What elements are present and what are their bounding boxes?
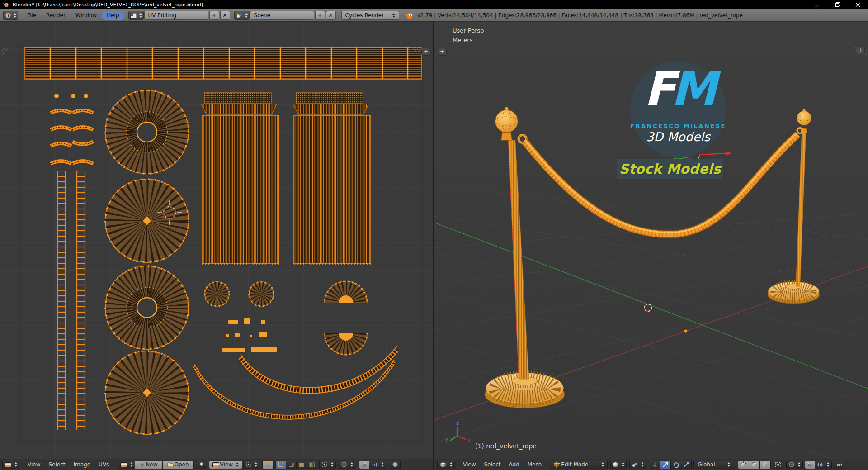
uv-island-sphere-2[interactable]	[249, 282, 274, 306]
proportional-edit-icon	[788, 461, 795, 468]
uv-open-region-button[interactable]: +	[421, 48, 430, 56]
main-area: +	[0, 22, 868, 459]
uv-menu-image[interactable]: Image	[70, 461, 95, 468]
delete-scene-button[interactable]: ✕	[326, 11, 336, 20]
menu-help[interactable]: Help	[102, 11, 124, 20]
viewport-3d-panel[interactable]: z y x User Persp Meters (1) red_velvet_r…	[434, 22, 868, 459]
axis-tripod-icon	[652, 461, 658, 468]
uv-display-dropdown[interactable]: View	[209, 461, 242, 469]
manipulator-toggle[interactable]	[650, 461, 660, 469]
uv-snap-element-dropdown[interactable]	[369, 461, 386, 469]
uv-island-disc-ring-1[interactable]	[105, 90, 189, 174]
uv-menu-view[interactable]: View	[24, 461, 44, 468]
mode-dropdown[interactable]: Edit Mode	[550, 461, 608, 469]
mesh-select-mode-face[interactable]	[760, 461, 771, 469]
uv-island-disc-radial-1[interactable]	[105, 179, 189, 262]
menu-file[interactable]: File	[22, 11, 41, 20]
mesh-select-mode-vertex[interactable]	[738, 461, 749, 469]
uv-select-mode-edge[interactable]	[286, 461, 297, 469]
translate-arrow-icon	[662, 461, 669, 468]
uv-canvas[interactable]	[0, 22, 433, 459]
add-layout-button[interactable]: +	[209, 11, 219, 20]
minimize-button[interactable]	[807, 0, 827, 9]
uv-island-post-2[interactable]	[293, 93, 371, 264]
browse-image-button[interactable]	[118, 461, 135, 469]
manipulator-rotate[interactable]	[671, 461, 681, 469]
occlude-icon	[775, 462, 781, 468]
scale-arrow-icon	[683, 461, 689, 468]
scene-icon-button[interactable]	[234, 11, 250, 20]
scene-statistics: v2.79 | Verts:14,504/14,504 | Edges:28,9…	[417, 12, 743, 19]
vp-proportional-edit-dropdown[interactable]	[786, 461, 803, 469]
uv-island-disc-radial-2[interactable]	[105, 351, 189, 434]
uv-select-sync-toggle[interactable]	[262, 461, 274, 469]
editor-type-button-uv[interactable]	[2, 461, 19, 469]
restore-button[interactable]	[827, 0, 848, 9]
new-image-button[interactable]: New	[135, 461, 162, 469]
viewport-name-label: User Persp	[453, 27, 484, 34]
uv-sticky-select-dropdown[interactable]	[319, 461, 336, 469]
scene-field[interactable]: Scene	[250, 11, 314, 20]
uv-island-post-1[interactable]	[201, 93, 279, 264]
screen-layout-field[interactable]: UV Editing	[144, 11, 208, 20]
fm-logo: FM FRANCESCO MILANESE 3D Models	[630, 61, 726, 157]
vp-snap-toggle[interactable]	[805, 461, 815, 469]
magnet-icon	[361, 462, 367, 468]
uv-menu-uvs[interactable]: UVs	[94, 461, 113, 468]
vp-open-toolshelf-button[interactable]: +	[438, 48, 447, 56]
menu-render[interactable]: Render	[41, 11, 71, 20]
fm-logo-banner: Stock Models	[617, 159, 723, 179]
snap-element-icon	[817, 462, 824, 468]
render-engine-field[interactable]: Cycles Render	[341, 11, 399, 20]
vp-snap-element-dropdown[interactable]	[815, 461, 832, 469]
gizmo-z-label: z	[456, 420, 459, 426]
vertex-mode-icon	[278, 462, 284, 468]
uv-pivot-dropdown[interactable]	[243, 461, 259, 469]
transform-orientation-dropdown[interactable]: Global	[693, 461, 734, 469]
titlebar: Blender* [C:\Users\franc\Desktop\RED_VEL…	[0, 0, 868, 9]
rotate-arc-icon	[673, 461, 679, 468]
uv-island-disc-ring-2[interactable]	[105, 266, 189, 349]
open-image-button[interactable]: Open	[163, 461, 194, 469]
uv-island-sphere-1[interactable]	[205, 282, 229, 306]
uv-proportional-edit-dropdown[interactable]	[339, 461, 355, 469]
delete-layout-button[interactable]: ✕	[220, 11, 230, 20]
vp-menu-select[interactable]: Select	[480, 461, 505, 468]
close-button[interactable]	[848, 0, 868, 9]
viewport-shading-dropdown[interactable]	[610, 461, 627, 469]
opengl-render-button[interactable]	[834, 461, 844, 469]
edit-mode-icon	[553, 461, 560, 468]
gizmo-x-label: x	[467, 437, 471, 443]
blender-logo-icon	[405, 11, 414, 19]
mesh-select-mode-edge[interactable]	[749, 461, 760, 469]
add-scene-button[interactable]: +	[315, 11, 325, 20]
pivot-icon	[245, 462, 251, 468]
image-editor-icon	[5, 462, 11, 467]
uv-snap-toggle[interactable]	[359, 461, 369, 469]
uv-island-rope-strip[interactable]	[25, 47, 421, 79]
limit-select-visible-toggle[interactable]	[773, 461, 783, 469]
image-icon	[120, 462, 127, 467]
uv-select-mode-vertex[interactable]	[275, 461, 286, 469]
uv-select-mode-island[interactable]	[307, 461, 317, 469]
vp-menu-view[interactable]: View	[459, 461, 480, 468]
vp-menu-mesh[interactable]: Mesh	[524, 461, 546, 468]
bottom-headers: View Select Image UVs New Open	[0, 459, 868, 470]
uv-select-mode-face[interactable]	[297, 461, 307, 469]
vp-menu-add[interactable]: Add	[505, 461, 524, 468]
manipulator-translate[interactable]	[660, 461, 671, 469]
pivot-point-dropdown[interactable]	[629, 461, 646, 469]
blender-icon	[3, 1, 9, 8]
uv-editor-panel[interactable]: +	[0, 22, 434, 459]
uv-sculpt-button[interactable]	[390, 461, 401, 469]
island-mode-icon	[309, 462, 315, 468]
pin-image-button[interactable]	[196, 461, 206, 469]
vp-open-properties-button[interactable]: +	[856, 47, 865, 54]
editor-type-button-3d[interactable]	[437, 461, 455, 469]
screen-layout-icon-button[interactable]	[128, 11, 144, 20]
editor-type-button-info[interactable]: i	[3, 11, 18, 20]
menu-window[interactable]: Window	[71, 11, 102, 20]
magnet-icon	[807, 462, 813, 468]
manipulator-scale[interactable]	[681, 461, 692, 469]
uv-menu-select[interactable]: Select	[44, 461, 69, 468]
